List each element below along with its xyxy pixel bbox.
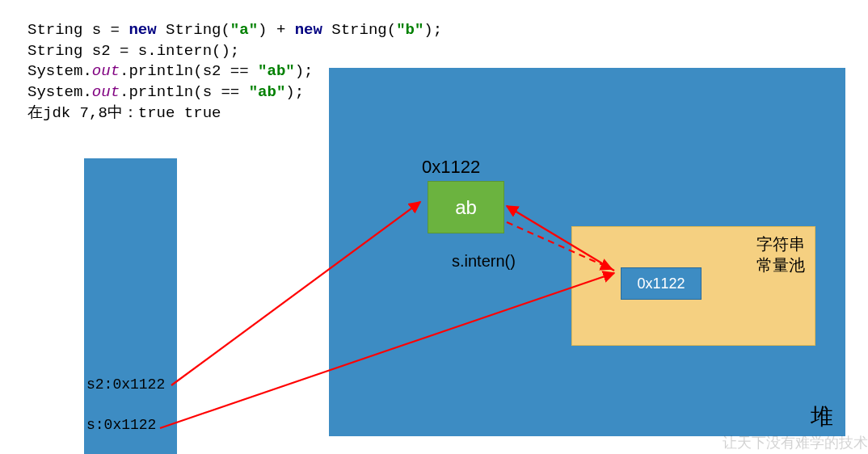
pool-reference-box: 0x1122 — [621, 267, 702, 300]
pool-title: 字符串 常量池 — [756, 233, 805, 275]
heap-string-object: ab — [428, 181, 504, 233]
stack-variable-s2: s2:0x1122 — [86, 376, 165, 393]
heap-address-label: 0x1122 — [422, 157, 480, 178]
intern-call-label: s.intern() — [452, 252, 516, 271]
heap-region: 堆 0x1122 ab s.intern() 字符串 常量池 0x1122 — [329, 68, 845, 436]
stack-region: s2:0x1122 s:0x1122 — [84, 158, 177, 454]
string-constant-pool: 字符串 常量池 0x1122 — [571, 226, 815, 346]
heap-title: 堆 — [811, 401, 833, 432]
code-line-2: String s2 = s.intern(); — [27, 41, 442, 62]
stack-variable-s: s:0x1122 — [86, 417, 156, 433]
code-line-1: String s = new String("a") + new String(… — [27, 20, 442, 41]
watermark-text: 让天下没有难学的技术 — [723, 433, 868, 452]
